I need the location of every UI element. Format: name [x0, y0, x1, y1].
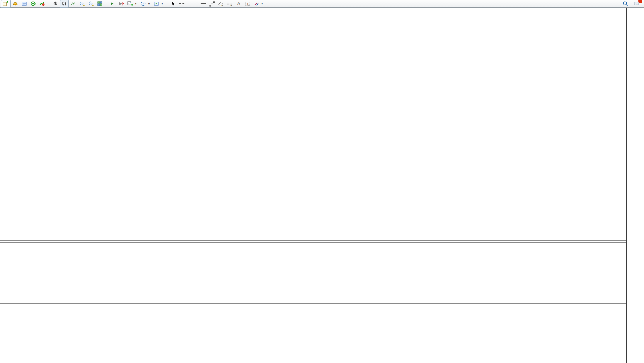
line-chart-icon [70, 1, 76, 7]
clock-icon [140, 1, 146, 7]
candlestick-chart-button[interactable] [60, 0, 69, 8]
toolbar-right-group [621, 0, 643, 8]
cursor-icon [170, 1, 176, 7]
search-icon [622, 1, 628, 7]
template-icon [153, 1, 159, 7]
autotrade-icon [39, 1, 45, 7]
text-label-icon: T [245, 1, 250, 7]
new-chart-icon [127, 1, 133, 7]
chevron-down-icon: ▼ [135, 2, 137, 5]
equidistant-channel-tool[interactable]: E [216, 0, 225, 8]
svg-text:F: F [230, 4, 232, 7]
search-button[interactable] [621, 0, 630, 8]
fibonacci-tool[interactable]: F [225, 0, 234, 8]
vertical-line-icon [191, 1, 197, 7]
chevron-down-icon: ▼ [161, 2, 164, 5]
fibonacci-icon: F [227, 1, 233, 7]
new-order-button[interactable] [1, 0, 11, 8]
notifications-button[interactable] [632, 0, 641, 8]
toolbar: ▼ ▼ ▼ E F A T ▼ [0, 0, 644, 8]
auto-scroll-icon [109, 1, 115, 7]
auto-scroll-button[interactable] [108, 0, 117, 8]
notification-badge [638, 0, 642, 3]
text-label-tool[interactable]: T [243, 0, 252, 8]
market-watch-icon [12, 1, 18, 7]
svg-text:T: T [247, 2, 249, 6]
cursor-button[interactable] [169, 0, 177, 8]
chart-area [0, 8, 644, 363]
data-window-icon [21, 1, 27, 7]
market-watch-button[interactable] [11, 0, 20, 8]
vertical-line-tool[interactable] [190, 0, 199, 8]
zoom-out-icon [88, 1, 94, 7]
chart-shift-icon [118, 1, 124, 7]
new-chart-dropdown[interactable]: ▼ [126, 0, 139, 8]
data-window-button[interactable] [20, 0, 29, 8]
crosshair-icon [179, 1, 185, 7]
zoom-in-button[interactable] [78, 0, 87, 8]
bar-chart-icon [53, 1, 58, 7]
period-dropdown[interactable]: ▼ [139, 0, 152, 8]
horizontal-line-icon [200, 1, 206, 7]
chart-shift-button[interactable] [117, 0, 126, 8]
trendline-icon [209, 1, 215, 7]
arrow-shapes-icon [254, 1, 259, 7]
candlestick-chart-icon [61, 1, 67, 7]
toolbar-separator [49, 1, 49, 7]
toolbar-separator [188, 1, 188, 7]
equidistant-channel-icon: E [218, 1, 224, 7]
horizontal-line-tool[interactable] [199, 0, 208, 8]
time-axis[interactable] [0, 356, 626, 363]
text-icon: A [236, 1, 242, 7]
main-chart-panel [0, 8, 626, 240]
bar-chart-button[interactable] [51, 0, 60, 8]
crosshair-button[interactable] [177, 0, 186, 8]
zoom-out-button[interactable] [87, 0, 95, 8]
signals-button[interactable] [29, 0, 37, 8]
chart-title [2, 9, 3, 13]
toolbar-separator [167, 1, 167, 7]
svg-text:E: E [221, 4, 223, 7]
template-dropdown[interactable]: ▼ [152, 0, 165, 8]
signals-icon [30, 1, 36, 7]
toolbar-separator [267, 1, 267, 7]
chevron-down-icon: ▼ [148, 2, 150, 5]
new-order-icon [2, 1, 8, 7]
svg-text:A: A [237, 1, 240, 6]
price-axis[interactable] [626, 8, 644, 363]
macd-panel [0, 243, 626, 302]
main-chart-plot[interactable] [0, 8, 626, 240]
rsi-plot[interactable] [0, 304, 626, 356]
trendline-tool[interactable] [208, 0, 216, 8]
toolbar-separator [106, 1, 106, 7]
line-chart-button[interactable] [69, 0, 78, 8]
arrows-dropdown[interactable]: ▼ [252, 0, 265, 8]
tile-windows-button[interactable] [95, 0, 104, 8]
zoom-in-icon [79, 1, 85, 7]
rsi-panel [0, 304, 626, 356]
macd-plot[interactable] [0, 243, 626, 302]
text-tool[interactable]: A [234, 0, 243, 8]
autotrade-button[interactable] [37, 0, 48, 8]
chevron-down-icon: ▼ [261, 2, 264, 5]
tile-windows-icon [97, 1, 103, 7]
